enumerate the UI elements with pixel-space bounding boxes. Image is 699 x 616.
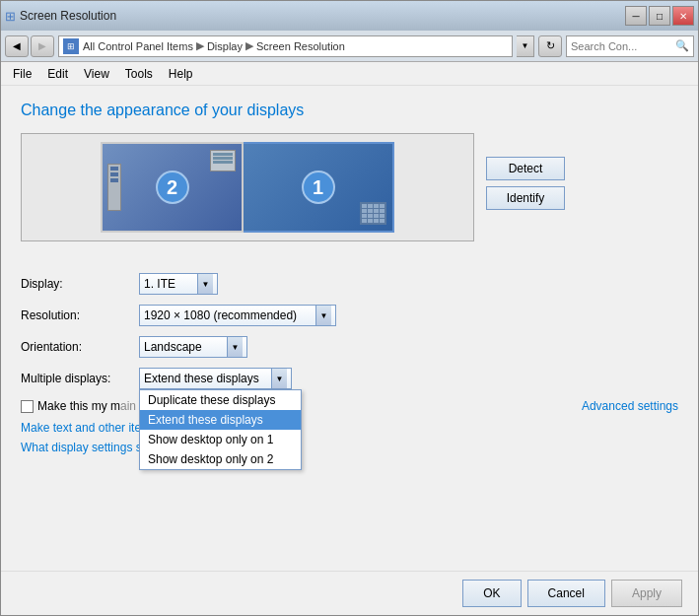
- main-display-label: Make this my m: [37, 399, 120, 413]
- title-bar: ⊞ Screen Resolution ─ □ ✕: [1, 1, 698, 31]
- display-label: Display:: [21, 277, 139, 291]
- resolution-select[interactable]: 1920 × 1080 (recommended) ▼: [139, 305, 336, 326]
- multiple-displays-label: Multiple displays:: [21, 372, 139, 385]
- search-icon: 🔍: [675, 39, 689, 52]
- multiple-displays-row: Multiple displays: Extend these displays…: [21, 368, 678, 389]
- display-row: Display: 1. ITE ▼: [21, 273, 678, 295]
- orientation-label: Orientation:: [21, 340, 139, 354]
- identify-button[interactable]: Identify: [486, 186, 565, 210]
- menu-file[interactable]: File: [5, 65, 39, 83]
- address-bar: ◀ ▶ ⊞ All Control Panel Items ▶ Display …: [1, 31, 698, 62]
- monitor-1-grid-icon: [360, 202, 386, 225]
- multiple-displays-select-arrow: ▼: [271, 369, 287, 388]
- window-controls: ─ □ ✕: [625, 6, 694, 26]
- orientation-row: Orientation: Landscape ▼: [21, 336, 678, 358]
- breadcrumb-arrow-1: ▶: [196, 39, 204, 52]
- make-text-link-container: Make text and other items larger or smal…: [21, 421, 678, 435]
- display-select-arrow: ▼: [197, 274, 213, 294]
- display-settings-link-container: What display settings should I choose?: [21, 441, 678, 454]
- orientation-select-arrow: ▼: [227, 337, 243, 357]
- resolution-row: Resolution: 1920 × 1080 (recommended) ▼: [21, 305, 678, 326]
- checkbox-row: Make this my m ain display Advanced sett…: [21, 399, 678, 413]
- search-box: 🔍: [566, 35, 694, 57]
- monitors-wrapper: 2 1: [101, 142, 394, 233]
- resolution-label: Resolution:: [21, 308, 139, 322]
- resolution-select-arrow: ▼: [315, 306, 331, 325]
- monitor-2-taskbar: [107, 164, 121, 211]
- close-button[interactable]: ✕: [672, 6, 694, 26]
- content: Change the appearance of your displays: [1, 86, 698, 571]
- monitor-2[interactable]: 2: [101, 142, 244, 233]
- orientation-select[interactable]: Landscape ▼: [139, 336, 247, 358]
- dropdown-item-duplicate[interactable]: Duplicate these displays: [140, 390, 301, 410]
- menu-view[interactable]: View: [76, 65, 117, 83]
- detect-button[interactable]: Detect: [486, 157, 565, 180]
- search-input[interactable]: [571, 40, 675, 52]
- page-title: Change the appearance of your displays: [21, 102, 678, 119]
- multiple-displays-dropdown-container: Extend these displays ▼ Duplicate these …: [139, 368, 292, 389]
- cancel-button[interactable]: Cancel: [527, 580, 605, 607]
- advanced-settings-link[interactable]: Advanced settings: [582, 399, 678, 413]
- multiple-displays-control: Extend these displays ▼ Duplicate these …: [139, 368, 292, 389]
- breadcrumb-part-3[interactable]: Screen Resolution: [256, 40, 345, 52]
- monitor-2-file-icon: [210, 150, 236, 171]
- breadcrumb-part-1[interactable]: All Control Panel Items: [83, 40, 193, 52]
- multiple-displays-dropdown-list: Duplicate these displays Extend these di…: [139, 389, 302, 470]
- display-select-value: 1. ITE: [144, 277, 193, 291]
- resolution-select-value: 1920 × 1080 (recommended): [144, 308, 312, 322]
- window: ⊞ Screen Resolution ─ □ ✕ ◀ ▶ ⊞ All Cont…: [0, 0, 699, 616]
- breadcrumb-icon: ⊞: [63, 38, 79, 54]
- display-preview: 2 1: [21, 133, 474, 241]
- menu-help[interactable]: Help: [161, 65, 201, 83]
- breadcrumb-dropdown-button[interactable]: ▼: [517, 35, 534, 57]
- orientation-control: Landscape ▼: [139, 336, 247, 358]
- breadcrumb-arrow-2: ▶: [245, 39, 253, 52]
- resolution-control: 1920 × 1080 (recommended) ▼: [139, 305, 336, 326]
- breadcrumb-bar: ⊞ All Control Panel Items ▶ Display ▶ Sc…: [58, 35, 513, 57]
- breadcrumb-part-2[interactable]: Display: [207, 40, 243, 52]
- window-title: Screen Resolution: [20, 9, 116, 23]
- monitor-1-number: 1: [302, 171, 335, 204]
- multiple-displays-select-value: Extend these displays: [144, 372, 267, 385]
- menu-bar: File Edit View Tools Help: [1, 62, 698, 86]
- multiple-displays-select[interactable]: Extend these displays ▼: [139, 368, 292, 389]
- bottom-bar: OK Cancel Apply: [1, 571, 698, 615]
- menu-edit[interactable]: Edit: [39, 65, 76, 83]
- dropdown-item-extend[interactable]: Extend these displays: [140, 410, 301, 430]
- title-bar-left: ⊞ Screen Resolution: [5, 9, 116, 24]
- detect-identify-container: Detect Identify: [486, 133, 565, 210]
- orientation-select-value: Landscape: [144, 340, 223, 354]
- menu-tools[interactable]: Tools: [117, 65, 161, 83]
- nav-buttons: ◀ ▶: [5, 35, 54, 57]
- refresh-button[interactable]: ↻: [538, 35, 562, 57]
- ok-button[interactable]: OK: [462, 580, 521, 607]
- dropdown-item-show-2[interactable]: Show desktop only on 2: [140, 449, 301, 469]
- back-button[interactable]: ◀: [5, 35, 29, 57]
- title-bar-icon: ⊞: [5, 9, 16, 24]
- forward-button[interactable]: ▶: [31, 35, 54, 57]
- apply-button[interactable]: Apply: [611, 580, 682, 607]
- display-control: 1. ITE ▼: [139, 273, 218, 295]
- maximize-button[interactable]: □: [649, 6, 670, 26]
- display-select[interactable]: 1. ITE ▼: [139, 273, 218, 295]
- minimize-button[interactable]: ─: [625, 6, 647, 26]
- monitor-1[interactable]: 1: [242, 142, 394, 233]
- main-display-checkbox[interactable]: [21, 400, 34, 413]
- dropdown-item-show-1[interactable]: Show desktop only on 1: [140, 430, 301, 449]
- monitor-2-number: 2: [156, 171, 189, 204]
